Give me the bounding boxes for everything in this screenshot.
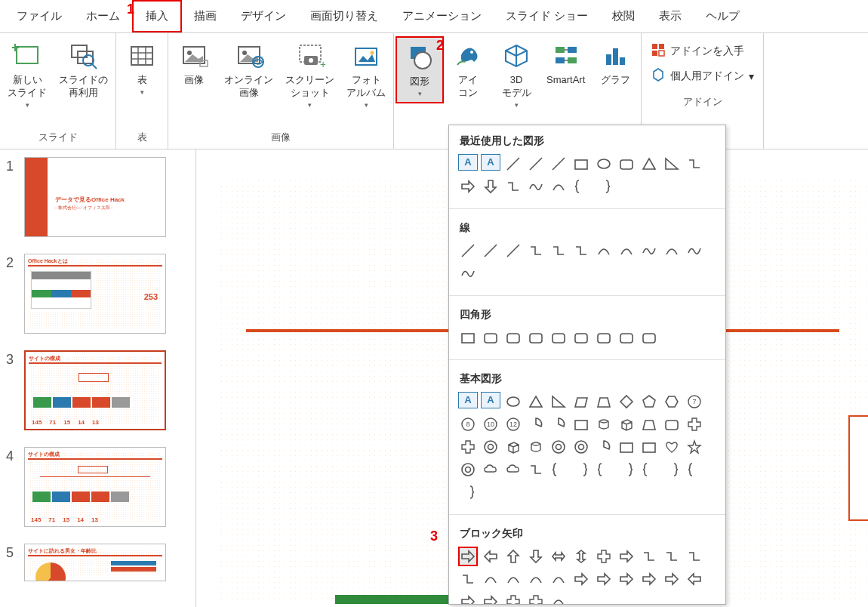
shape-arrow-15[interactable] xyxy=(549,569,568,589)
shape-arrow-13[interactable] xyxy=(503,569,523,589)
shape-basic-31[interactable] xyxy=(662,437,682,457)
shape-rrect[interactable] xyxy=(617,154,636,174)
shape-arrow-3[interactable] xyxy=(526,547,546,566)
shape-basic-9[interactable] xyxy=(662,392,682,411)
shape-basic-25[interactable] xyxy=(526,437,546,457)
shape-arrow-1[interactable] xyxy=(481,547,500,566)
3d-model-button[interactable]: 3D モデル ▾ xyxy=(492,36,540,113)
shape-rect[interactable] xyxy=(571,154,591,174)
tab-insert[interactable]: 挿入 xyxy=(132,0,182,32)
shape-basic-12[interactable]: 10 xyxy=(481,414,500,434)
shape-arrow-6[interactable] xyxy=(594,547,614,566)
shape-arrow-21[interactable] xyxy=(685,569,704,589)
reuse-slide-button[interactable]: スライドの 再利用 xyxy=(53,36,114,104)
album-button[interactable]: フォト アルバム ▾ xyxy=(340,36,392,113)
shape-basic-19[interactable] xyxy=(639,414,659,434)
shape-arrow-20[interactable] xyxy=(662,569,682,589)
shape-basic-36[interactable] xyxy=(526,460,546,479)
shape-rect-4[interactable] xyxy=(549,328,568,347)
shape-basic-17[interactable] xyxy=(594,414,614,434)
shape-arrow-5[interactable] xyxy=(571,547,591,566)
shape-basic-3[interactable] xyxy=(526,392,546,411)
shape-arrow-down[interactable] xyxy=(481,177,500,196)
shape-basic-20[interactable] xyxy=(662,414,682,434)
shape-basic-32[interactable] xyxy=(685,437,704,457)
shape-arrow-17[interactable] xyxy=(594,569,614,589)
chart-button[interactable]: グラフ xyxy=(591,36,639,91)
tab-animations[interactable]: アニメーション xyxy=(390,2,494,31)
shape-arrow-11[interactable] xyxy=(458,569,478,589)
icons-button[interactable]: アイ コン xyxy=(444,36,492,104)
shapes-dropdown[interactable]: 最近使用した図形 AA 線 四角形 基本図形 AA781012 ブロック矢印 xyxy=(448,125,726,605)
shape-basic-15[interactable] xyxy=(549,414,568,434)
shape-oval[interactable] xyxy=(594,154,614,174)
shape-basic-13[interactable]: 12 xyxy=(503,414,523,434)
slide-thumbnail-2[interactable]: Office Hackとは 253 xyxy=(24,254,166,334)
shape-connector[interactable] xyxy=(685,154,704,174)
slide-thumbnail-3[interactable]: サイトの構成 145 71 15 14 13 xyxy=(24,350,166,430)
shape-basic-43[interactable] xyxy=(685,460,704,479)
shape-textbox[interactable]: A xyxy=(481,392,500,408)
tab-slideshow[interactable]: スライド ショー xyxy=(494,2,600,31)
shape-basic-16[interactable] xyxy=(571,414,591,434)
shape-rect-2[interactable] xyxy=(503,328,523,347)
shape-basic-30[interactable] xyxy=(639,437,659,457)
shape-basic-28[interactable] xyxy=(594,437,614,457)
shape-basic-2[interactable] xyxy=(503,392,523,411)
shape-line-7[interactable] xyxy=(617,241,636,260)
shape-basic-6[interactable] xyxy=(594,392,614,411)
shape-basic-21[interactable] xyxy=(685,414,704,434)
shape-textbox[interactable]: A xyxy=(458,392,478,408)
shape-triangle[interactable] xyxy=(639,154,659,174)
my-addins-button[interactable]: 個人用アドイン ▾ xyxy=(651,67,754,85)
new-slide-button[interactable]: 新しい スライド ▾ xyxy=(2,36,53,113)
shape-line[interactable] xyxy=(503,154,523,174)
shape-rect-0[interactable] xyxy=(458,328,478,347)
slide-thumbnail-4[interactable]: サイトの構成 145 71 15 14 13 xyxy=(24,447,166,527)
shape-line-11[interactable] xyxy=(458,263,478,283)
shape-basic-42[interactable] xyxy=(662,460,682,479)
shape-arrow-23[interactable] xyxy=(481,592,500,605)
shape-basic-34[interactable] xyxy=(481,460,500,479)
tab-design[interactable]: デザイン xyxy=(229,2,298,31)
online-image-button[interactable]: オンライン 画像 xyxy=(218,36,279,104)
shape-arrow-7[interactable] xyxy=(617,547,636,566)
shape-rect-3[interactable] xyxy=(526,328,546,347)
shape-basic-29[interactable] xyxy=(617,437,636,457)
shape-basic-41[interactable] xyxy=(639,460,659,479)
shape-brace-r[interactable] xyxy=(594,177,614,196)
image-button[interactable]: 画像 xyxy=(170,36,218,91)
shape-line-3[interactable] xyxy=(526,241,546,260)
shape-basic-22[interactable] xyxy=(458,437,478,457)
shape-curve[interactable] xyxy=(549,177,568,196)
tab-help[interactable]: ヘルプ xyxy=(694,2,752,31)
shape-arrow-18[interactable] xyxy=(617,569,636,589)
shape-rect-7[interactable] xyxy=(617,328,636,347)
shape-arrow-8[interactable] xyxy=(639,547,659,566)
shape-textbox[interactable]: A xyxy=(481,154,500,171)
shape-basic-23[interactable] xyxy=(481,437,500,457)
shape-basic-7[interactable] xyxy=(617,392,636,411)
tab-file[interactable]: ファイル xyxy=(5,2,74,31)
shape-basic-8[interactable] xyxy=(639,392,659,411)
shape-basic-33[interactable] xyxy=(458,460,478,479)
table-button[interactable]: 表 ▾ xyxy=(118,36,166,100)
shape-line-6[interactable] xyxy=(594,241,614,260)
shape-line-9[interactable] xyxy=(662,241,682,260)
tab-view[interactable]: 表示 xyxy=(647,2,694,31)
shape-line-2[interactable] xyxy=(503,241,523,260)
shape-basic-39[interactable] xyxy=(594,460,614,479)
shape-basic-26[interactable] xyxy=(549,437,568,457)
shape-rect-8[interactable] xyxy=(639,328,659,347)
shape-arrow-24[interactable] xyxy=(503,592,523,605)
shape-arrow-10[interactable] xyxy=(685,547,704,566)
shape-freeform[interactable] xyxy=(526,177,546,196)
shape-arrow-25[interactable] xyxy=(526,592,546,605)
tab-draw[interactable]: 描画 xyxy=(182,2,229,31)
smartart-button[interactable]: SmartArt xyxy=(540,36,591,91)
shape-elbow[interactable] xyxy=(503,177,523,196)
screenshot-button[interactable]: + スクリーン ショット ▾ xyxy=(279,36,340,113)
get-addins-button[interactable]: アドインを入手 xyxy=(651,42,754,60)
tab-transitions[interactable]: 画面切り替え xyxy=(298,2,390,31)
shape-line-5[interactable] xyxy=(571,241,591,260)
